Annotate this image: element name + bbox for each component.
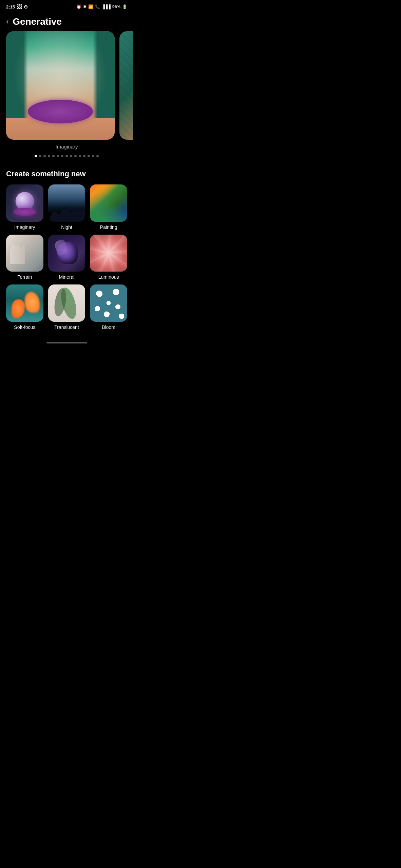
signal-icon: ▐▐▐ <box>102 4 111 9</box>
category-mineral[interactable]: Mineral <box>48 235 85 280</box>
dot-3[interactable] <box>48 155 50 157</box>
dot-0[interactable] <box>35 155 37 157</box>
category-painting[interactable]: Painting <box>90 184 127 230</box>
status-bar: 2:15 🖼 ⊖ ⏰ ✱ 📶 📞 ▐▐▐ 95% 🔋 <box>0 0 133 12</box>
carousel-section: Imaginary <box>0 31 133 167</box>
create-section: Create something new Imaginary Night Pai… <box>0 167 133 337</box>
dot-9[interactable] <box>74 155 77 157</box>
bottom-indicator <box>0 337 133 346</box>
category-imaginary[interactable]: Imaginary <box>6 184 43 230</box>
create-title: Create something new <box>6 170 127 178</box>
label-bloom: Bloom <box>102 324 115 330</box>
label-mineral: Mineral <box>59 274 75 280</box>
dot-14[interactable] <box>96 155 99 157</box>
carousel-dots <box>0 153 133 163</box>
category-bloom[interactable]: Bloom <box>90 284 127 330</box>
phone-icon: 📞 <box>95 4 100 9</box>
thumb-night <box>48 184 85 222</box>
category-terrain[interactable]: Terrain <box>6 235 43 280</box>
dot-13[interactable] <box>92 155 94 157</box>
category-soft-focus[interactable]: Soft-focus <box>6 284 43 330</box>
label-imaginary: Imaginary <box>14 224 35 230</box>
dnd-icon: ⊖ <box>24 4 28 9</box>
page-title: Generative <box>13 16 62 27</box>
carousel-main-image[interactable] <box>6 31 115 140</box>
dot-6[interactable] <box>61 155 63 157</box>
dot-8[interactable] <box>70 155 72 157</box>
header: ‹ Generative <box>0 12 133 31</box>
dot-12[interactable] <box>88 155 90 157</box>
dot-11[interactable] <box>83 155 85 157</box>
battery-icon: 🔋 <box>122 4 127 9</box>
label-terrain: Terrain <box>17 274 32 280</box>
alarm-icon: ⏰ <box>76 4 81 9</box>
wifi-icon: 📶 <box>88 4 93 9</box>
category-translucent[interactable]: Translucent <box>48 284 85 330</box>
battery-text: 95% <box>112 4 120 9</box>
label-painting: Painting <box>100 224 117 230</box>
category-grid: Imaginary Night Painting Terrain Mineral… <box>6 184 127 330</box>
thumb-terrain <box>6 235 43 272</box>
label-night: Night <box>61 224 72 230</box>
dot-10[interactable] <box>79 155 81 157</box>
thumb-luminous <box>90 235 127 272</box>
carousel-secondary-image[interactable] <box>119 31 133 140</box>
gallery-icon: 🖼 <box>17 4 22 9</box>
thumb-translucent <box>48 284 85 322</box>
dot-5[interactable] <box>57 155 59 157</box>
category-luminous[interactable]: Luminous <box>90 235 127 280</box>
back-button[interactable]: ‹ <box>6 17 8 26</box>
status-time: 2:15 <box>6 4 15 9</box>
dot-4[interactable] <box>52 155 55 157</box>
label-soft-focus: Soft-focus <box>14 324 35 330</box>
dot-7[interactable] <box>65 155 68 157</box>
category-night[interactable]: Night <box>48 184 85 230</box>
thumb-mineral <box>48 235 85 272</box>
thumb-painting <box>90 184 127 222</box>
dot-2[interactable] <box>43 155 46 157</box>
bluetooth-icon: ✱ <box>83 4 87 9</box>
carousel-label: Imaginary <box>0 144 133 150</box>
dot-1[interactable] <box>39 155 41 157</box>
thumb-bloom <box>90 284 127 322</box>
status-left: 2:15 🖼 ⊖ <box>6 4 28 9</box>
thumb-softfocus <box>6 284 43 322</box>
thumb-imaginary <box>6 184 43 222</box>
label-luminous: Luminous <box>98 274 119 280</box>
label-translucent: Translucent <box>54 324 79 330</box>
status-right: ⏰ ✱ 📶 📞 ▐▐▐ 95% 🔋 <box>76 4 127 9</box>
carousel-container[interactable] <box>0 31 133 140</box>
home-indicator <box>46 342 87 343</box>
